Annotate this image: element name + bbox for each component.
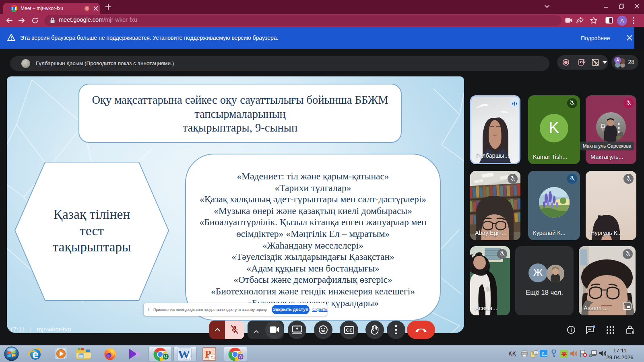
svg-text:e: e: [32, 348, 39, 361]
svg-text:W: W: [178, 348, 190, 361]
svg-text:L: L: [541, 351, 545, 357]
